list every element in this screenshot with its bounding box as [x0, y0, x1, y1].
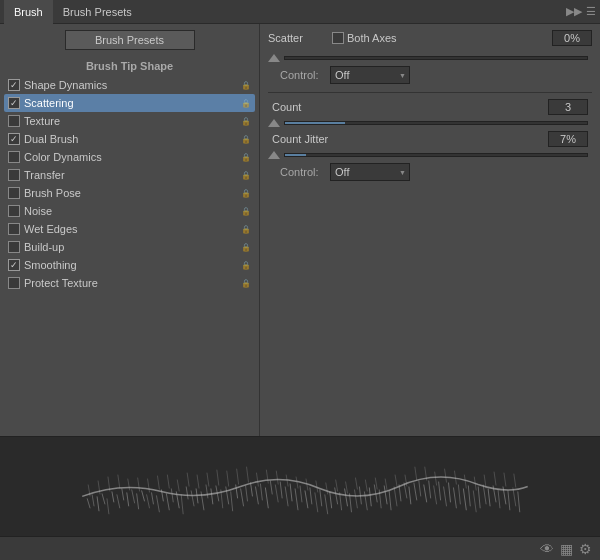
count-jitter-slider-track[interactable] [284, 153, 588, 157]
brush-item-checkbox[interactable] [8, 187, 20, 199]
brush-item-checkbox[interactable] [8, 79, 20, 91]
svg-line-110 [296, 477, 298, 489]
brush-item-checkbox[interactable] [8, 97, 20, 109]
svg-line-122 [415, 467, 417, 481]
count-slider-handle[interactable] [268, 119, 280, 127]
tab-bar: Brush Brush Presets ▶▶ ☰ [0, 0, 600, 24]
grid-icon[interactable]: ▦ [560, 541, 573, 557]
svg-line-92 [118, 475, 120, 489]
svg-line-41 [285, 487, 288, 507]
brush-item-label: Build-up [24, 241, 64, 253]
svg-line-40 [280, 482, 282, 499]
svg-line-101 [207, 473, 209, 487]
svg-line-11 [137, 493, 139, 509]
svg-line-127 [464, 475, 466, 489]
brush-list-item[interactable]: Texture🔒 [4, 112, 255, 130]
tab-brush[interactable]: Brush [4, 0, 53, 24]
lock-icon: 🔒 [241, 189, 251, 198]
svg-line-79 [473, 490, 476, 512]
brush-item-checkbox[interactable] [8, 169, 20, 181]
brush-item-checkbox[interactable] [8, 277, 20, 289]
svg-line-66 [409, 487, 411, 505]
svg-line-33 [246, 486, 248, 502]
svg-line-84 [498, 489, 500, 508]
brush-list-item[interactable]: Noise🔒 [4, 202, 255, 220]
svg-line-90 [98, 481, 100, 495]
brush-list-item[interactable]: Protect Texture🔒 [4, 274, 255, 292]
svg-line-45 [305, 490, 308, 508]
scatter-slider-track[interactable] [284, 56, 588, 60]
brush-item-checkbox[interactable] [8, 259, 20, 271]
brush-list-item[interactable]: Dual Brush🔒 [4, 130, 255, 148]
menu-icon[interactable]: ☰ [586, 5, 596, 18]
brush-item-checkbox[interactable] [8, 151, 20, 163]
eye-icon[interactable]: 👁 [540, 541, 554, 557]
svg-line-85 [503, 487, 506, 505]
svg-line-80 [478, 487, 480, 509]
right-panel: Scatter Both Axes 0% Control: OffFadePen… [260, 24, 600, 436]
brush-item-label: Dual Brush [24, 133, 78, 145]
svg-line-116 [355, 478, 357, 490]
brush-list-item[interactable]: Brush Pose🔒 [4, 184, 255, 202]
brush-list-item[interactable]: Smoothing🔒 [4, 256, 255, 274]
svg-line-102 [217, 470, 219, 486]
svg-line-34 [251, 483, 253, 497]
both-axes-label: Both Axes [347, 32, 397, 44]
brush-item-checkbox[interactable] [8, 115, 20, 127]
brush-list-item[interactable]: Transfer🔒 [4, 166, 255, 184]
brush-list-item[interactable]: Build-up🔒 [4, 238, 255, 256]
brush-item-checkbox[interactable] [8, 133, 20, 145]
control1-select-wrapper[interactable]: OffFadePen PressurePen TiltStylus Wheel [330, 66, 410, 84]
brush-presets-button[interactable]: Brush Presets [65, 30, 195, 50]
tab-icons: ▶▶ ☰ [566, 5, 596, 18]
svg-line-77 [463, 488, 466, 510]
brush-list-item[interactable]: Color Dynamics🔒 [4, 148, 255, 166]
brush-item-label: Smoothing [24, 259, 77, 271]
control2-row: Control: OffFadePen PressurePen TiltStyl… [268, 163, 592, 181]
svg-line-39 [275, 485, 278, 503]
control2-select[interactable]: OffFadePen PressurePen TiltStylus Wheel [330, 163, 410, 181]
svg-line-74 [449, 483, 451, 503]
control1-select[interactable]: OffFadePen PressurePen TiltStylus Wheel [330, 66, 410, 84]
svg-line-58 [369, 487, 371, 506]
svg-line-73 [444, 487, 447, 507]
svg-line-48 [320, 489, 322, 506]
arrow-icon[interactable]: ▶▶ [566, 5, 582, 18]
svg-line-131 [504, 473, 506, 487]
svg-line-117 [365, 480, 367, 492]
svg-line-104 [237, 469, 239, 485]
svg-line-6 [112, 491, 114, 502]
content-area: Brush Presets Brush Tip Shape Shape Dyna… [0, 24, 600, 436]
brush-list-item[interactable]: Scattering🔒 [4, 94, 255, 112]
count-jitter-slider-handle[interactable] [268, 151, 280, 159]
scatter-slider-handle[interactable] [268, 54, 280, 62]
count-slider-track[interactable] [284, 121, 588, 125]
lock-icon: 🔒 [241, 117, 251, 126]
control2-select-wrapper[interactable]: OffFadePen PressurePen TiltStylus Wheel [330, 163, 410, 181]
svg-line-130 [494, 472, 496, 486]
svg-line-125 [445, 469, 447, 483]
settings-icon[interactable]: ⚙ [579, 541, 592, 557]
count-jitter-value: 7% [548, 131, 588, 147]
brush-item-checkbox[interactable] [8, 205, 20, 217]
both-axes-check[interactable]: Both Axes [332, 32, 397, 44]
count-jitter-slider-row [268, 151, 592, 159]
brush-item-checkbox[interactable] [8, 223, 20, 235]
brush-list-item[interactable]: Wet Edges🔒 [4, 220, 255, 238]
svg-line-9 [127, 492, 129, 506]
svg-line-55 [354, 489, 357, 508]
brush-item-checkbox[interactable] [8, 241, 20, 253]
svg-line-132 [514, 474, 516, 488]
scatter-slider-row [268, 54, 592, 62]
both-axes-checkbox[interactable] [332, 32, 344, 44]
brush-item-label: Shape Dynamics [24, 79, 107, 91]
scatter-label: Scatter [268, 32, 318, 44]
svg-line-86 [508, 490, 510, 510]
left-panel: Brush Presets Brush Tip Shape Shape Dyna… [0, 24, 260, 436]
tab-brush-presets[interactable]: Brush Presets [53, 0, 142, 24]
svg-line-96 [157, 476, 159, 490]
brush-list-item[interactable]: Shape Dynamics🔒 [4, 76, 255, 94]
svg-line-76 [458, 485, 460, 505]
svg-line-98 [177, 480, 179, 492]
svg-line-26 [211, 488, 213, 504]
